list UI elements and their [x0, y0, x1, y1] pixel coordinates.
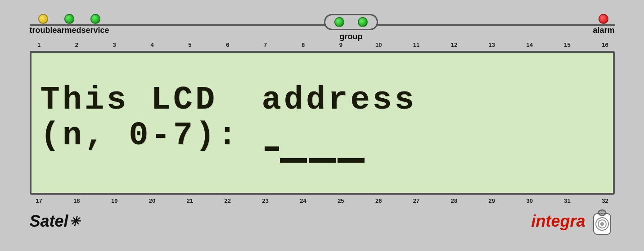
bottom-ticks: 17181920212223242526272829303132 — [30, 197, 615, 204]
tick-num-2: 2 — [68, 41, 85, 48]
lcd-line-2: (n, 0-7): — [41, 118, 604, 154]
tick-num-10: 10 — [370, 41, 387, 48]
lcd-screen: This LCD address (n, 0-7): — [30, 51, 615, 195]
led-group-1 — [334, 17, 344, 27]
tick-num-15: 15 — [559, 41, 576, 48]
led-group-2 — [358, 17, 368, 27]
tick-num-21: 21 — [181, 197, 198, 204]
lcd-underline-area — [41, 155, 604, 163]
indicator-service: service — [81, 14, 109, 35]
tick-num-6: 6 — [219, 41, 236, 48]
tick-num-5: 5 — [181, 41, 198, 48]
satel-text: Satel — [30, 212, 68, 231]
tick-num-25: 25 — [332, 197, 349, 204]
label-group: group — [340, 32, 363, 41]
tick-num-8: 8 — [295, 41, 312, 48]
group-box — [324, 14, 378, 30]
tick-num-12: 12 — [446, 41, 463, 48]
tick-num-30: 30 — [521, 197, 538, 204]
tick-num-4: 4 — [144, 41, 161, 48]
tick-num-17: 17 — [31, 197, 48, 204]
tick-num-9: 9 — [332, 41, 349, 48]
indicator-group-section: group — [324, 14, 378, 41]
tick-num-20: 20 — [144, 197, 161, 204]
tick-num-29: 29 — [483, 197, 500, 204]
tick-num-31: 31 — [559, 197, 576, 204]
integra-text: integra — [531, 212, 585, 231]
top-ticks: 12345678910111213141516 — [30, 41, 615, 48]
led-trouble — [38, 14, 48, 24]
tick-num-1: 1 — [31, 41, 48, 48]
tick-num-18: 18 — [68, 197, 85, 204]
satel-asterisk: ✳ — [69, 214, 80, 229]
indicator-alarm: alarm — [593, 14, 614, 35]
keyfob-icon — [590, 207, 615, 236]
tick-num-7: 7 — [257, 41, 274, 48]
lcd-underline-bar-3 — [338, 158, 365, 163]
tick-num-27: 27 — [408, 197, 425, 204]
tick-num-3: 3 — [106, 41, 123, 48]
tick-num-23: 23 — [257, 197, 274, 204]
led-armed — [64, 14, 74, 24]
bottom-row: Satel ✳ integra — [30, 207, 615, 236]
indicator-trouble: trouble — [30, 14, 57, 35]
tick-num-26: 26 — [370, 197, 387, 204]
label-trouble: trouble — [30, 26, 57, 35]
indicator-armed: armed — [57, 14, 81, 35]
lcd-line-1: This LCD address — [41, 82, 604, 118]
led-service — [90, 14, 100, 24]
label-alarm: alarm — [593, 26, 614, 35]
led-alarm — [599, 14, 608, 24]
brand-integra: integra — [531, 207, 614, 236]
svg-point-3 — [600, 222, 604, 226]
tick-num-28: 28 — [446, 197, 463, 204]
lcd-underline-bar — [280, 158, 307, 163]
tick-num-22: 22 — [219, 197, 236, 204]
tick-num-13: 13 — [483, 41, 500, 48]
label-service: service — [81, 26, 109, 35]
tick-num-11: 11 — [408, 41, 425, 48]
label-armed: armed — [57, 26, 81, 35]
tick-num-14: 14 — [521, 41, 538, 48]
indicators-row: trouble armed service group — [30, 14, 615, 41]
lcd-underline-bar-2 — [309, 158, 336, 163]
tick-num-24: 24 — [295, 197, 312, 204]
lcd-text-line1: This LCD address — [41, 82, 417, 118]
lcd-cursor — [265, 146, 279, 151]
tick-num-32: 32 — [596, 197, 613, 204]
brand-satel: Satel ✳ — [30, 212, 80, 231]
lcd-text-line2: (n, 0-7): — [41, 118, 262, 154]
tick-num-16: 16 — [596, 41, 613, 48]
main-panel: trouble armed service group — [12, 6, 633, 245]
tick-num-19: 19 — [106, 197, 123, 204]
indicator-bar: trouble armed service group — [30, 14, 615, 41]
